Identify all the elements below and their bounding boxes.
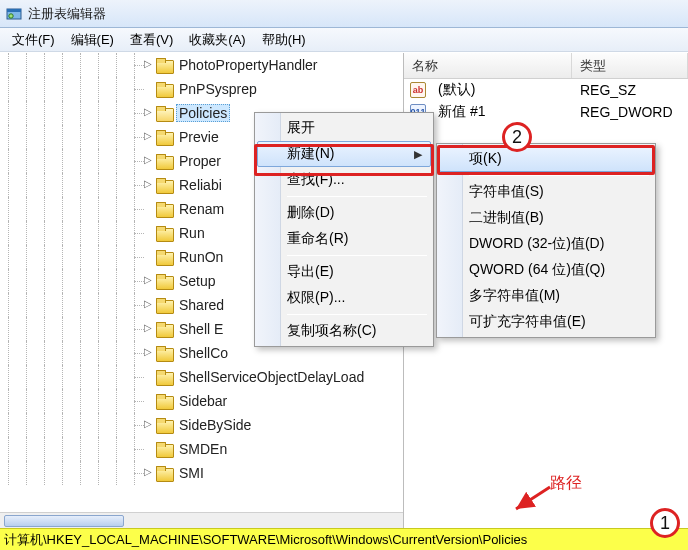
context-menu[interactable]: 展开 新建(N)▶ 查找(F)... 删除(D) 重命名(R) 导出(E) 权限… — [254, 112, 434, 347]
tree-expander-icon[interactable]: ▷ — [144, 419, 154, 429]
ctx-new-dword[interactable]: DWORD (32-位)值(D) — [439, 231, 653, 257]
tree-expander-icon[interactable]: ▷ — [144, 323, 154, 333]
tree-item[interactable]: SMDEn — [0, 437, 403, 461]
tree-guide — [36, 413, 54, 437]
tree-item[interactable]: ShellServiceObjectDelayLoad — [0, 365, 403, 389]
tree-guide — [108, 437, 126, 461]
value-name[interactable]: (默认) — [430, 81, 572, 99]
tree-expander-icon[interactable] — [144, 227, 154, 237]
tree-expander-icon[interactable]: ▷ — [144, 179, 154, 189]
tree-guide — [18, 413, 36, 437]
tree-item-label[interactable]: Previe — [176, 128, 222, 146]
tree-guide — [54, 149, 72, 173]
ctx-expand[interactable]: 展开 — [257, 115, 431, 141]
ctx-find[interactable]: 查找(F)... — [257, 167, 431, 193]
tree-expander-icon[interactable] — [144, 83, 154, 93]
list-body[interactable]: ab(默认)REG_SZ011新值 #1REG_DWORD — [404, 79, 688, 123]
tree-item-label[interactable]: Run — [176, 224, 208, 242]
tree-expander-icon[interactable]: ▷ — [144, 467, 154, 477]
col-header-type[interactable]: 类型 — [572, 53, 688, 78]
ctx-permissions[interactable]: 权限(P)... — [257, 285, 431, 311]
tree-guide — [18, 197, 36, 221]
tree-expander-icon[interactable]: ▷ — [144, 299, 154, 309]
tree-item-label[interactable]: SMI — [176, 464, 207, 482]
submenu-arrow-icon: ▶ — [414, 148, 422, 161]
tree-expander-icon[interactable]: ▷ — [144, 155, 154, 165]
tree-guide — [126, 125, 144, 149]
scrollbar-thumb[interactable] — [4, 515, 124, 527]
tree-item[interactable]: PnPSysprep — [0, 77, 403, 101]
ctx-rename[interactable]: 重命名(R) — [257, 226, 431, 252]
horizontal-scrollbar[interactable] — [0, 512, 403, 528]
status-path-text: 计算机\HKEY_LOCAL_MACHINE\SOFTWARE\Microsof… — [4, 531, 527, 549]
ctx-new-key[interactable]: 项(K) — [439, 146, 653, 172]
tree-guide — [126, 317, 144, 341]
tree-guide — [0, 317, 18, 341]
value-name[interactable]: 新值 #1 — [430, 103, 572, 121]
tree-expander-icon[interactable] — [144, 251, 154, 261]
tree-item-label[interactable]: PhotoPropertyHandler — [176, 56, 321, 74]
tree-guide — [18, 101, 36, 125]
ctx-new-multistring[interactable]: 多字符串值(M) — [439, 283, 653, 309]
tree-guide — [0, 293, 18, 317]
tree-item-label[interactable]: ShellCo — [176, 344, 231, 362]
tree-item-label[interactable]: Setup — [176, 272, 219, 290]
tree-item[interactable]: ▷SideBySide — [0, 413, 403, 437]
ctx-copy-key-name[interactable]: 复制项名称(C) — [257, 318, 431, 344]
ctx-new-binary[interactable]: 二进制值(B) — [439, 205, 653, 231]
tree-guide — [36, 149, 54, 173]
tree-item[interactable]: ▷PhotoPropertyHandler — [0, 53, 403, 77]
tree-item-label[interactable]: Renam — [176, 200, 227, 218]
tree-guide — [0, 221, 18, 245]
menu-help[interactable]: 帮助(H) — [254, 29, 314, 51]
tree-guide — [108, 77, 126, 101]
tree-item-label[interactable]: Shell E — [176, 320, 226, 338]
ctx-new-qword[interactable]: QWORD (64 位)值(Q) — [439, 257, 653, 283]
tree-item-label[interactable]: SideBySide — [176, 416, 254, 434]
folder-icon — [156, 178, 172, 192]
tree-expander-icon[interactable]: ▷ — [144, 59, 154, 69]
menu-view[interactable]: 查看(V) — [122, 29, 181, 51]
tree-guide — [72, 125, 90, 149]
tree-item-label[interactable]: Sidebar — [176, 392, 230, 410]
tree-item-label[interactable]: ShellServiceObjectDelayLoad — [176, 368, 367, 386]
ctx-delete[interactable]: 删除(D) — [257, 200, 431, 226]
tree-expander-icon[interactable] — [144, 443, 154, 453]
ctx-new-expandstring[interactable]: 可扩充字符串值(E) — [439, 309, 653, 335]
list-row[interactable]: 011新值 #1REG_DWORD — [404, 101, 688, 123]
tree-item-label[interactable]: Reliabi — [176, 176, 225, 194]
ctx-export[interactable]: 导出(E) — [257, 259, 431, 285]
tree-item[interactable]: ▷SMI — [0, 461, 403, 485]
menu-file[interactable]: 文件(F) — [4, 29, 63, 51]
tree-expander-icon[interactable]: ▷ — [144, 275, 154, 285]
menu-edit[interactable]: 编辑(E) — [63, 29, 122, 51]
tree-guide — [54, 341, 72, 365]
tree-guide — [72, 293, 90, 317]
tree-expander-icon[interactable]: ▷ — [144, 107, 154, 117]
tree-item-label[interactable]: Shared — [176, 296, 227, 314]
folder-icon — [156, 250, 172, 264]
col-header-name[interactable]: 名称 — [404, 53, 572, 78]
tree-guide — [36, 437, 54, 461]
tree-guide — [126, 77, 144, 101]
tree-item-label[interactable]: Policies — [176, 104, 230, 122]
tree-expander-icon[interactable]: ▷ — [144, 347, 154, 357]
tree-expander-icon[interactable] — [144, 395, 154, 405]
tree-item-label[interactable]: SMDEn — [176, 440, 230, 458]
tree-expander-icon[interactable] — [144, 371, 154, 381]
tree-item[interactable]: Sidebar — [0, 389, 403, 413]
tree-guide — [36, 365, 54, 389]
list-row[interactable]: ab(默认)REG_SZ — [404, 79, 688, 101]
tree-item-label[interactable]: RunOn — [176, 248, 226, 266]
menu-separator — [287, 314, 427, 315]
tree-expander-icon[interactable] — [144, 203, 154, 213]
tree-guide — [72, 365, 90, 389]
ctx-new[interactable]: 新建(N)▶ — [257, 141, 431, 167]
menu-favorites[interactable]: 收藏夹(A) — [181, 29, 253, 51]
tree-item-label[interactable]: Proper — [176, 152, 224, 170]
context-submenu-new[interactable]: 项(K) 字符串值(S) 二进制值(B) DWORD (32-位)值(D) QW… — [436, 143, 656, 338]
tree-expander-icon[interactable]: ▷ — [144, 131, 154, 141]
tree-item-label[interactable]: PnPSysprep — [176, 80, 260, 98]
ctx-new-string[interactable]: 字符串值(S) — [439, 179, 653, 205]
tree-guide — [72, 437, 90, 461]
